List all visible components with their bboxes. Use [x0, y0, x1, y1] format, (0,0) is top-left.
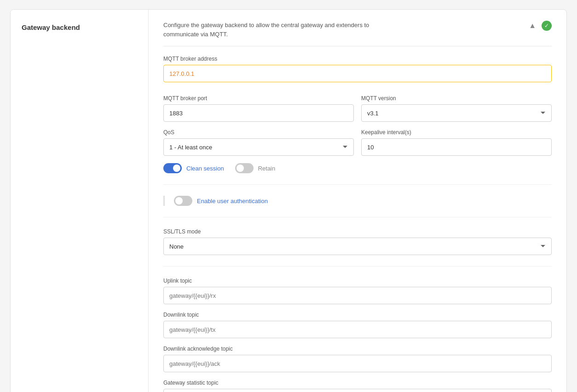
keepalive-label: Keepalive interval(s)	[361, 129, 552, 136]
keepalive-group: Keepalive interval(s)	[361, 129, 552, 156]
section-description: Configure the gateway backend to allow t…	[163, 21, 384, 39]
status-badge: ✓	[542, 21, 552, 31]
keepalive-input[interactable]	[361, 138, 552, 156]
mqtt-version-select[interactable]: v3.1 v3.1.1 v5.0	[361, 104, 552, 122]
mqtt-broker-address-group: MQTT broker address	[163, 56, 552, 82]
clean-session-toggle-item: Clean session	[163, 163, 224, 173]
gateway-stat-topic-label: Gateway statistic topic	[163, 380, 552, 386]
separator-2	[163, 217, 552, 217]
retain-label: Retain	[258, 165, 276, 172]
ssl-tls-group: SSL/TLS mode None CA certificate Client …	[163, 228, 552, 255]
user-auth-toggle[interactable]	[174, 196, 192, 206]
mqtt-address-section: MQTT broker address	[163, 56, 552, 82]
user-auth-label: Enable user authentication	[197, 198, 268, 205]
user-auth-toggle-item: Enable user authentication	[174, 196, 552, 206]
port-version-row: MQTT broker port MQTT version v3.1 v3.1.…	[163, 95, 552, 122]
uplink-topic-input[interactable]	[163, 287, 552, 304]
mqtt-version-group: MQTT version v3.1 v3.1.1 v5.0	[361, 95, 552, 122]
clean-session-toggle[interactable]	[163, 163, 182, 173]
retain-toggle-item: Retain	[235, 163, 276, 173]
ssl-tls-select[interactable]: None CA certificate Client certificate	[163, 238, 552, 255]
sidebar-title: Gateway backend	[22, 23, 137, 31]
section-header: Configure the gateway backend to allow t…	[163, 21, 552, 46]
mqtt-broker-port-input[interactable]	[163, 104, 354, 122]
qos-group: QoS 0 - At most once 1 - At least once 2…	[163, 129, 354, 156]
mqtt-version-label: MQTT version	[361, 95, 552, 102]
qos-select[interactable]: 0 - At most once 1 - At least once 2 - E…	[163, 138, 354, 156]
session-retain-toggle-row: Clean session Retain	[163, 163, 552, 173]
sidebar: Gateway backend	[11, 10, 149, 392]
main-content: Configure the gateway backend to allow t…	[149, 10, 566, 392]
downlink-topic-label: Downlink topic	[163, 312, 552, 318]
collapse-button[interactable]: ▲	[527, 21, 538, 31]
mqtt-broker-address-input[interactable]	[163, 65, 552, 82]
retain-slider	[235, 163, 254, 173]
topics-section: Uplink topic Downlink topic Downlink ack…	[163, 278, 552, 392]
mqtt-broker-address-label: MQTT broker address	[163, 56, 552, 62]
separator-3	[163, 266, 552, 267]
ssl-tls-label: SSL/TLS mode	[163, 228, 552, 235]
mqtt-broker-port-group: MQTT broker port	[163, 95, 354, 122]
mqtt-broker-port-label: MQTT broker port	[163, 95, 354, 102]
page-container: Gateway backend Configure the gateway ba…	[10, 9, 567, 392]
section-header-actions: ▲ ✓	[527, 21, 552, 31]
user-auth-slider	[174, 196, 192, 206]
downlink-ack-topic-label: Downlink acknowledge topic	[163, 346, 552, 352]
gateway-stat-topic-input[interactable]	[163, 389, 552, 392]
qos-label: QoS	[163, 129, 354, 136]
user-auth-section: Enable user authentication	[163, 196, 552, 206]
downlink-ack-topic-input[interactable]	[163, 355, 552, 372]
uplink-topic-label: Uplink topic	[163, 278, 552, 284]
downlink-topic-group: Downlink topic	[163, 312, 552, 338]
separator-1	[163, 184, 552, 185]
qos-keepalive-row: QoS 0 - At most once 1 - At least once 2…	[163, 129, 552, 156]
clean-session-slider	[163, 163, 182, 173]
clean-session-label: Clean session	[186, 165, 224, 172]
gateway-stat-topic-group: Gateway statistic topic	[163, 380, 552, 392]
downlink-topic-input[interactable]	[163, 321, 552, 338]
downlink-ack-topic-group: Downlink acknowledge topic	[163, 346, 552, 372]
retain-toggle[interactable]	[235, 163, 254, 173]
uplink-topic-group: Uplink topic	[163, 278, 552, 304]
